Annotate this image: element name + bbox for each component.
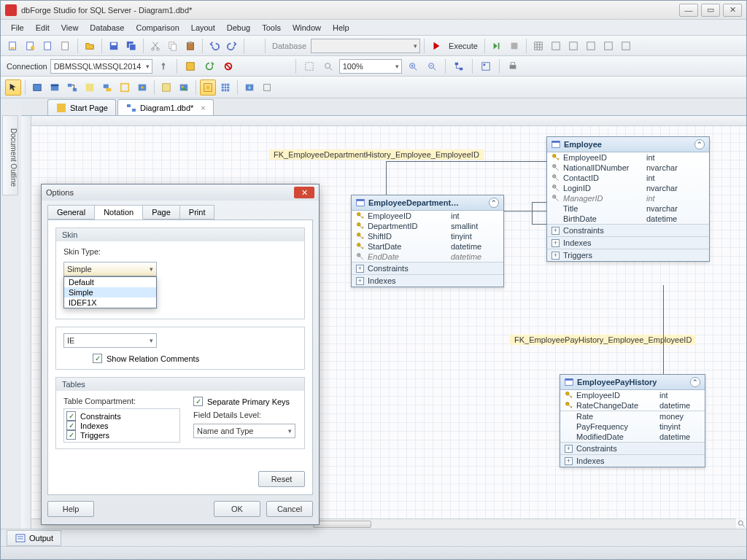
entity-department[interactable]: EmployeeDepartment… ⌃ EmployeeIDintDepar… — [351, 195, 504, 287]
expand-icon[interactable]: + — [565, 445, 573, 453]
field-row[interactable]: StartDatedatetime — [352, 241, 503, 252]
grid5-icon[interactable] — [600, 38, 616, 54]
relation-tool-icon[interactable] — [64, 79, 80, 96]
pin-icon[interactable] — [155, 58, 171, 74]
select-tool-icon[interactable] — [5, 79, 21, 96]
diagram-icon[interactable] — [451, 58, 467, 74]
entity-section[interactable]: +Indexes — [547, 236, 709, 249]
field-details-combo[interactable]: Name and Type — [193, 424, 295, 438]
compartment-constraints-checkbox[interactable]: ✓Constraints — [66, 411, 177, 421]
field-row[interactable]: ModifiedDatedatetime — [560, 432, 705, 442]
tab-diagram[interactable]: Diagram1.dbd* × — [117, 99, 214, 115]
field-row[interactable]: DepartmentIDsmallint — [352, 221, 503, 231]
field-row[interactable]: EmployeeIDint — [560, 390, 705, 400]
new-sql-icon[interactable] — [5, 38, 21, 54]
stop-icon[interactable] — [506, 38, 522, 54]
field-row[interactable]: EndDatedatetime — [352, 252, 503, 262]
dialog-titlebar[interactable]: Options ✕ — [42, 184, 319, 201]
zoom-out-icon[interactable] — [424, 58, 440, 74]
expand-icon[interactable]: + — [356, 265, 364, 273]
menu-window[interactable]: Window — [287, 22, 327, 34]
menu-file[interactable]: File — [5, 22, 30, 34]
fit-icon[interactable] — [301, 58, 317, 74]
grid2-icon[interactable] — [548, 38, 564, 54]
close-button[interactable]: ✕ — [723, 4, 742, 17]
execute-icon[interactable] — [428, 38, 444, 54]
step-icon[interactable] — [489, 38, 505, 54]
field-row[interactable]: RateChangeDatedatetime — [560, 400, 705, 411]
menu-database[interactable]: Database — [84, 22, 130, 34]
menu-tools[interactable]: Tools — [256, 22, 287, 34]
image-tool-icon[interactable] — [176, 79, 192, 96]
entity-section[interactable]: +Triggers — [547, 249, 709, 261]
dialog-tab-print[interactable]: Print — [179, 205, 215, 219]
field-row[interactable]: Ratemoney — [560, 411, 705, 421]
table-tool-icon[interactable] — [29, 79, 45, 96]
entity-section[interactable]: +Indexes — [352, 274, 503, 287]
proc-tool-icon[interactable] — [99, 79, 115, 96]
ok-button[interactable]: OK — [214, 501, 260, 517]
entity-section[interactable]: +Constraints — [560, 442, 705, 454]
entity-section[interactable]: +Constraints — [547, 224, 709, 236]
zoom-fit-icon[interactable] — [320, 58, 336, 74]
dialog-close-icon[interactable]: ✕ — [294, 187, 314, 198]
menu-debug[interactable]: Debug — [221, 22, 256, 34]
menu-view[interactable]: View — [55, 22, 85, 34]
collapse-icon[interactable]: ⌃ — [690, 377, 700, 387]
entity-payhistory[interactable]: EmployeePayHistory ⌃ EmployeeIDintRateCh… — [560, 374, 705, 467]
layout-icon[interactable] — [478, 58, 494, 74]
skin-type-dropdown[interactable]: Default Simple IDEF1X — [63, 276, 157, 308]
expand-icon[interactable]: + — [356, 277, 364, 285]
menu-layout[interactable]: Layout — [185, 22, 221, 34]
connection-combo[interactable]: DBMSSQL\MSSQL2014 — [50, 59, 152, 74]
redo-icon[interactable] — [224, 38, 240, 54]
zoom-in-icon[interactable] — [405, 58, 421, 74]
help-button[interactable]: Help — [47, 501, 94, 517]
execute-label[interactable]: Execute — [446, 42, 481, 50]
stamp-tool-icon[interactable] — [134, 79, 150, 96]
field-row[interactable]: EmployeeIDint — [547, 152, 709, 163]
zoom-combo[interactable]: 100% — [339, 59, 402, 74]
field-row[interactable]: BirthDatedatetime — [547, 214, 709, 224]
separate-pk-checkbox[interactable]: ✓Separate Primary Keys — [193, 397, 297, 406]
undo-icon[interactable] — [206, 38, 222, 54]
entity-section[interactable]: +Indexes — [560, 454, 705, 467]
note-tool-icon[interactable] — [82, 79, 98, 96]
save-icon[interactable] — [106, 38, 122, 54]
show-relation-comments-checkbox[interactable]: ✓Show Relation Comments — [93, 354, 199, 363]
new-doc-icon[interactable] — [40, 38, 56, 54]
tab-start-page[interactable]: Start Page — [47, 99, 116, 115]
expand-icon[interactable]: + — [565, 457, 573, 465]
new-doc2-icon[interactable] — [58, 38, 74, 54]
collapse-icon[interactable]: ⌃ — [694, 139, 705, 149]
field-row[interactable]: ShiftIDtinyint — [352, 231, 503, 241]
collapse-icon[interactable]: ⌃ — [489, 198, 499, 208]
text-tool-icon[interactable] — [158, 79, 174, 96]
export-tool-icon[interactable] — [241, 79, 258, 96]
print-icon[interactable] — [505, 58, 521, 74]
compartment-triggers-checkbox[interactable]: ✓Triggers — [66, 430, 177, 440]
expand-icon[interactable]: + — [551, 252, 560, 260]
menu-edit[interactable]: Edit — [30, 22, 55, 34]
new-query-icon[interactable] — [23, 38, 39, 54]
disconnect-icon[interactable] — [220, 58, 236, 74]
snap-tool-icon[interactable] — [200, 79, 216, 96]
refresh-icon[interactable] — [201, 58, 217, 74]
copy-icon[interactable] — [165, 38, 181, 54]
output-tab[interactable]: Output — [7, 530, 61, 546]
field-row[interactable]: PayFrequencytinyint — [560, 421, 705, 432]
container-tool-icon[interactable] — [117, 79, 133, 96]
cancel-button[interactable]: Cancel — [266, 501, 313, 517]
field-row[interactable]: ManagerIDint — [547, 193, 709, 203]
menu-help[interactable]: Help — [327, 22, 355, 34]
minimize-button[interactable]: — — [679, 4, 698, 17]
field-row[interactable]: Titlenvarchar — [547, 203, 709, 214]
skin-type-combo[interactable]: Simple — [63, 262, 157, 276]
save-all-icon[interactable] — [123, 38, 139, 54]
dialog-tab-notation[interactable]: Notation — [94, 205, 143, 219]
cut-icon[interactable] — [147, 38, 163, 54]
skin-option-idef1x[interactable]: IDEF1X — [64, 298, 156, 308]
skin-option-simple[interactable]: Simple — [64, 287, 156, 298]
reset-button[interactable]: Reset — [258, 471, 305, 487]
grid-icon[interactable] — [530, 38, 546, 54]
